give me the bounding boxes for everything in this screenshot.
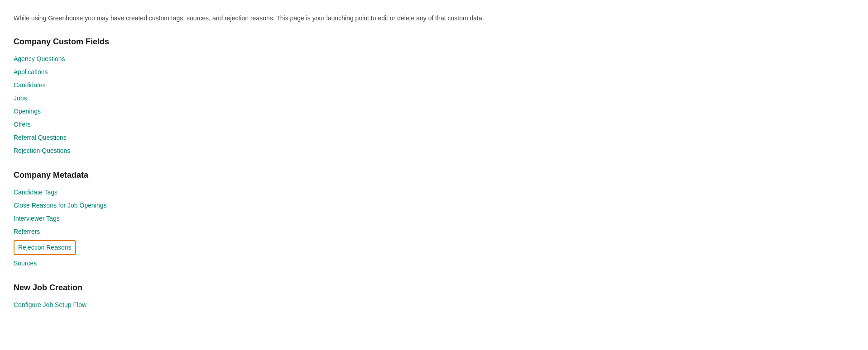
section-title-company-custom-fields: Company Custom Fields	[14, 36, 854, 48]
section-title-company-metadata: Company Metadata	[14, 169, 854, 181]
list-item-openings: Openings	[14, 107, 854, 116]
link-offers[interactable]: Offers	[14, 121, 31, 128]
link-openings[interactable]: Openings	[14, 108, 41, 115]
link-candidates[interactable]: Candidates	[14, 81, 46, 89]
list-item-referral-questions: Referral Questions	[14, 133, 854, 142]
list-item-offers: Offers	[14, 120, 854, 129]
link-rejection-questions[interactable]: Rejection Questions	[14, 147, 70, 154]
list-item-rejection-questions: Rejection Questions	[14, 146, 854, 156]
link-list-company-metadata: Candidate TagsClose Reasons for Job Open…	[14, 188, 854, 268]
link-interviewer-tags[interactable]: Interviewer Tags	[14, 215, 60, 222]
link-close-reasons[interactable]: Close Reasons for Job Openings	[14, 202, 106, 209]
section-title-new-job-creation: New Job Creation	[14, 282, 854, 294]
link-list-new-job-creation: Configure Job Setup Flow	[14, 300, 854, 310]
link-referrers[interactable]: Referrers	[14, 228, 40, 235]
list-item-agency-questions: Agency Questions	[14, 54, 854, 64]
list-item-applications: Applications	[14, 67, 854, 77]
link-applications[interactable]: Applications	[14, 68, 48, 76]
link-configure-job-setup-flow[interactable]: Configure Job Setup Flow	[14, 301, 86, 308]
list-item-candidate-tags: Candidate Tags	[14, 188, 854, 197]
list-item-rejection-reasons: Rejection Reasons	[14, 240, 854, 255]
intro-text: While using Greenhouse you may have crea…	[14, 14, 854, 23]
list-item-close-reasons: Close Reasons for Job Openings	[14, 201, 854, 210]
link-jobs[interactable]: Jobs	[14, 95, 27, 102]
link-rejection-reasons[interactable]: Rejection Reasons	[14, 240, 76, 255]
list-item-referrers: Referrers	[14, 227, 854, 236]
section-new-job-creation: New Job CreationConfigure Job Setup Flow	[14, 282, 854, 310]
link-agency-questions[interactable]: Agency Questions	[14, 55, 65, 62]
list-item-interviewer-tags: Interviewer Tags	[14, 214, 854, 223]
section-company-metadata: Company MetadataCandidate TagsClose Reas…	[14, 169, 854, 268]
list-item-jobs: Jobs	[14, 94, 854, 103]
section-company-custom-fields: Company Custom FieldsAgency QuestionsApp…	[14, 36, 854, 156]
list-item-candidates: Candidates	[14, 80, 854, 90]
list-item-sources: Sources	[14, 259, 854, 268]
link-list-company-custom-fields: Agency QuestionsApplicationsCandidatesJo…	[14, 54, 854, 156]
link-sources[interactable]: Sources	[14, 260, 37, 267]
link-candidate-tags[interactable]: Candidate Tags	[14, 189, 58, 196]
list-item-configure-job-setup-flow: Configure Job Setup Flow	[14, 300, 854, 310]
link-referral-questions[interactable]: Referral Questions	[14, 134, 67, 141]
